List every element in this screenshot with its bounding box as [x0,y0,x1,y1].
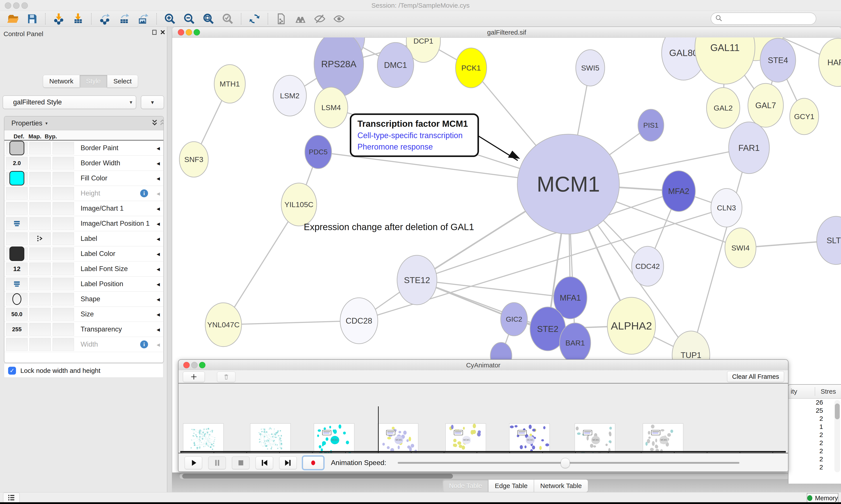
property-row-label-color[interactable]: Label Color◂ [4,246,163,262]
save-session-icon[interactable] [25,13,38,25]
clear-all-frames-button[interactable]: Clear All Frames [727,371,784,382]
play-button[interactable] [185,456,202,469]
expand-row-icon[interactable]: ◂ [157,341,160,348]
mapping-cell[interactable] [29,232,51,245]
style-options-button[interactable]: ▾ [141,95,164,109]
timeline-area[interactable]: MCM1MCM1MCM1MCM1MCM1MCM1 0123456789 Seco… [179,383,788,453]
network-edge[interactable] [223,321,359,325]
mapping-cell[interactable] [29,202,51,215]
show-graphics-icon[interactable] [333,13,345,25]
import-network-icon[interactable] [52,13,65,25]
refresh-icon[interactable] [248,13,261,25]
bypass-cell[interactable] [53,338,74,351]
vertical-scrollbar-thumb[interactable] [835,403,840,419]
show-panels-button[interactable] [3,492,20,503]
expand-row-icon[interactable]: ◂ [157,326,160,333]
expand-row-icon[interactable]: ◂ [157,175,160,182]
close-panel-icon[interactable] [159,29,166,36]
expand-row-icon[interactable]: ◂ [157,250,160,258]
bypass-cell[interactable] [53,308,74,321]
expand-row-icon[interactable]: ◂ [157,159,160,167]
animation-speed-handle[interactable] [561,458,570,468]
table-row[interactable]: 2 [788,464,841,472]
info-icon[interactable]: i [140,190,148,197]
export-network-icon[interactable] [99,13,111,25]
bypass-cell[interactable] [53,263,74,275]
property-row-height[interactable]: Heighti◂ [4,186,163,201]
default-value-cell[interactable]: 255 [6,323,28,336]
annotation-box[interactable]: Transcription factor MCM1 Cell-type-spec… [350,113,479,157]
memory-button[interactable]: Memory [807,493,838,503]
default-value-cell[interactable]: 50.0 [6,308,28,321]
float-panel-icon[interactable] [151,29,158,36]
mapping-cell[interactable] [29,247,51,260]
table-row[interactable]: 25 [788,407,841,415]
property-row-image-chart-position-1[interactable]: Image/Chart Position 1◂ [4,216,163,231]
table-column-header[interactable]: Stres [815,388,841,395]
skip-start-button[interactable] [255,456,273,469]
lock-size-checkbox[interactable]: ✓ [8,367,16,375]
skip-end-button[interactable] [279,456,297,469]
mapping-cell[interactable] [29,277,51,290]
delete-frame-button[interactable] [217,372,235,382]
expand-row-icon[interactable]: ◂ [157,235,160,242]
open-file-icon[interactable] [6,13,19,25]
default-value-cell[interactable] [6,293,28,305]
search-input[interactable] [722,15,807,22]
search-network-icon[interactable] [294,13,307,25]
zoom-out-icon[interactable] [183,13,196,25]
table-column-header[interactable]: ity [788,387,815,396]
collapse-all-icon[interactable] [159,119,164,128]
export-image-icon[interactable] [137,13,149,25]
expand-row-icon[interactable]: ◂ [157,205,160,212]
stop-button[interactable] [232,456,249,469]
bypass-cell[interactable] [53,232,74,245]
expand-row-icon[interactable]: ◂ [157,310,160,318]
export-table-icon[interactable] [118,13,130,25]
mapping-cell[interactable] [29,142,51,154]
mapping-cell[interactable] [29,323,51,336]
zoom-in-icon[interactable] [164,13,176,25]
table-tab-network-table[interactable]: Network Table [534,480,588,492]
default-value-cell[interactable] [6,277,28,290]
current-style-select[interactable]: galFiltered Style ▾ [3,95,136,109]
property-row-size[interactable]: 50.0Size◂ [4,307,163,322]
expand-row-icon[interactable]: ◂ [157,144,160,152]
property-row-label[interactable]: Label◂ [4,231,163,246]
expand-row-icon[interactable]: ◂ [157,295,160,303]
table-row[interactable]: 2 [788,455,841,464]
add-frame-button[interactable] [183,372,205,382]
bypass-cell[interactable] [53,247,74,260]
default-value-cell[interactable] [6,247,28,260]
mapping-cell[interactable] [29,172,51,184]
default-value-cell[interactable] [6,232,28,245]
expand-all-icon[interactable] [151,119,159,128]
horizontal-scrollbar-thumb[interactable] [182,474,453,479]
mapping-cell[interactable] [29,263,51,275]
default-value-cell[interactable] [6,172,28,184]
property-row-border-paint[interactable]: Border Paint◂ [4,141,163,156]
animation-speed-slider[interactable] [398,462,739,464]
bypass-cell[interactable] [53,172,74,184]
expand-row-icon[interactable]: ◂ [157,265,160,273]
mapping-cell[interactable] [29,338,51,351]
hide-graphics-icon[interactable] [314,13,326,25]
default-value-cell[interactable] [6,202,28,215]
bypass-cell[interactable] [53,157,74,169]
zoom-selected-icon[interactable] [221,13,234,25]
bypass-cell[interactable] [53,293,74,305]
cyanimator-titlebar[interactable]: CyAnimator [179,360,788,371]
property-row-width[interactable]: Widthi◂ [4,337,163,352]
bypass-cell[interactable] [53,202,74,215]
bypass-cell[interactable] [53,323,74,336]
property-row-shape[interactable]: Shape◂ [4,292,163,307]
property-row-transparency[interactable]: 255Transparency◂ [4,322,163,337]
default-value-cell[interactable] [6,142,28,154]
import-table-icon[interactable] [72,13,84,25]
table-tab-edge-table[interactable]: Edge Table [488,480,534,492]
annotation-link[interactable]: Pheromone response [357,142,471,151]
expand-row-icon[interactable]: ◂ [157,220,160,228]
table-row[interactable]: 26 [788,399,841,407]
mapping-cell[interactable] [29,308,51,321]
pause-button[interactable] [208,456,226,469]
